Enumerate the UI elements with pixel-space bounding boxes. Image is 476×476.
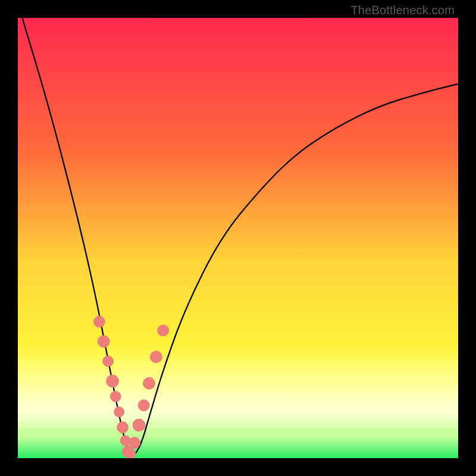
curve-marker: [150, 351, 162, 363]
curve-marker: [138, 400, 149, 411]
curve-marker: [143, 377, 155, 389]
curve-marker: [93, 316, 105, 327]
curve-marker: [110, 391, 121, 402]
curve-marker: [98, 336, 109, 347]
watermark-text: TheBottleneck.com: [350, 4, 455, 17]
curve-marker: [126, 449, 136, 458]
curve-marker: [158, 325, 169, 336]
curve-marker: [103, 356, 114, 367]
chart-frame: [18, 18, 458, 458]
chart-overlay: [18, 18, 458, 458]
curve-marker: [133, 419, 145, 431]
curve-marker: [129, 437, 140, 449]
curve-marker: [117, 422, 129, 433]
bottleneck-curve: [22, 18, 458, 455]
curve-marker: [114, 407, 124, 417]
curve-marker: [107, 375, 119, 387]
